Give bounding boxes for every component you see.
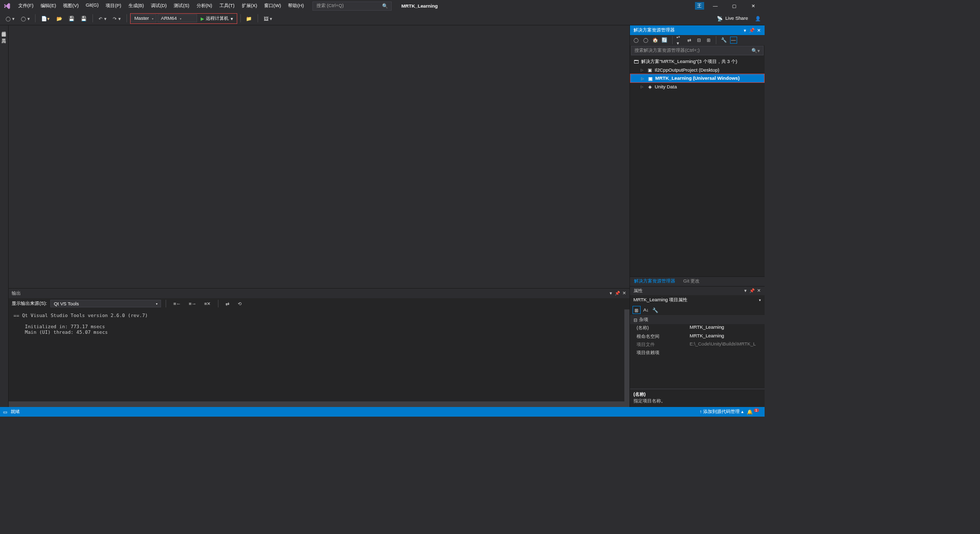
- properties-subtitle: MRTK_Learning 项目属性: [634, 297, 687, 303]
- chevron-right-icon[interactable]: ▷: [641, 84, 645, 89]
- nav-forward-button[interactable]: ◯ ▾: [18, 14, 32, 23]
- open-file-button[interactable]: 📂: [54, 14, 65, 23]
- notification-count: 1: [754, 409, 759, 412]
- source-control-button[interactable]: ↑ 添加到源代码管理 ▴: [700, 409, 744, 415]
- left-sidebar: 服务器资源管理器 工具箱: [0, 25, 9, 407]
- menu-analyze[interactable]: 分析(N): [193, 1, 215, 11]
- menu-view[interactable]: 视图(V): [60, 1, 82, 11]
- sidebar-tab-toolbox[interactable]: 工具箱: [0, 32, 8, 38]
- menu-window[interactable]: 窗口(W): [261, 1, 284, 11]
- output-clear-icon[interactable]: ≡✕: [202, 299, 213, 308]
- sidebar-tab-server-explorer[interactable]: 服务器资源管理器: [0, 25, 8, 32]
- user-badge[interactable]: 王: [695, 2, 704, 10]
- close-button[interactable]: ✕: [745, 1, 761, 12]
- sln-collapse-icon[interactable]: ⊟: [696, 37, 703, 44]
- play-icon: ▶: [201, 16, 204, 21]
- output-content[interactable]: == Qt Visual Studio Tools version 2.6.0 …: [9, 309, 624, 402]
- chevron-right-icon[interactable]: ▷: [641, 76, 646, 81]
- menu-file[interactable]: 文件(F): [15, 1, 37, 11]
- tree-project-unitydata[interactable]: ▷ ◈ Unity Data: [630, 83, 764, 91]
- search-icon: 🔍▾: [751, 48, 760, 53]
- undo-button[interactable]: ↶ ▾: [96, 14, 109, 23]
- chevron-down-icon[interactable]: ▾: [759, 298, 761, 302]
- props-categorized-icon[interactable]: ⊞: [633, 306, 641, 314]
- panel-close-icon[interactable]: ✕: [622, 291, 626, 296]
- menu-debug[interactable]: 调试(D): [148, 1, 170, 11]
- sln-home-icon[interactable]: 🏠: [652, 37, 659, 44]
- panel-pin-icon[interactable]: 📌: [615, 291, 620, 296]
- sln-dropdown-icon[interactable]: ▾: [744, 27, 746, 33]
- sln-node-icon[interactable]: •ᵒ ▾: [677, 37, 684, 44]
- props-row-name[interactable]: (名称) MRTK_Learning: [630, 324, 764, 332]
- sln-pin-icon[interactable]: 📌: [749, 27, 755, 33]
- main-toolbar: ◯ ▾ ◯ ▾ 📄▾ 📂 💾 💾 ↶ ▾ ↷ ▾ Master▾ ARM64▾ …: [0, 12, 765, 25]
- props-desc-text: 指定项目名称。: [634, 398, 762, 404]
- tab-solution-explorer[interactable]: 解决方案资源管理器: [630, 276, 679, 286]
- global-search-input[interactable]: 搜索 (Ctrl+Q) 🔍: [312, 2, 392, 11]
- props-pin-icon[interactable]: 📌: [749, 288, 755, 293]
- sln-view-icon[interactable]: —: [730, 37, 737, 44]
- run-button[interactable]: ▶ 远程计算机 ▾: [198, 14, 236, 23]
- output-horizontal-scrollbar[interactable]: [9, 401, 629, 407]
- menu-help[interactable]: 帮助(H): [285, 1, 307, 11]
- props-row-namespace[interactable]: 根命名空间 MRTK_Learning: [630, 332, 764, 340]
- output-panel: 输出 ▾ 📌 ✕ 显示输出来源(S): Qt VS Tools ▾ ≡← ≡→ …: [9, 288, 629, 407]
- toolbar-folder-button[interactable]: 📁: [244, 14, 255, 23]
- platform-dropdown[interactable]: ARM64▾: [157, 14, 197, 23]
- output-source-dropdown[interactable]: Qt VS Tools ▾: [50, 300, 161, 307]
- output-title: 输出: [12, 290, 21, 297]
- props-dropdown-icon[interactable]: ▾: [744, 288, 747, 293]
- sln-refresh-icon[interactable]: ⊞: [705, 37, 712, 44]
- output-goto-prev-icon[interactable]: ≡←: [171, 300, 183, 308]
- props-close-icon[interactable]: ✕: [757, 288, 761, 293]
- panel-dropdown-icon[interactable]: ▾: [610, 291, 612, 296]
- menu-tools[interactable]: 工具(T): [216, 1, 237, 11]
- menu-git[interactable]: Git(G): [83, 1, 102, 11]
- tree-project-il2cpp[interactable]: ▷ ▣ Il2CppOutputProject (Desktop): [630, 66, 764, 74]
- status-ready-label: 就绪: [11, 409, 20, 415]
- sln-close-icon[interactable]: ✕: [757, 27, 761, 33]
- output-vertical-scrollbar[interactable]: [624, 309, 630, 402]
- titlebar: 文件(F) 编辑(E) 视图(V) Git(G) 项目(P) 生成(B) 调试(…: [0, 0, 765, 12]
- sln-sync-icon[interactable]: 🔄: [661, 37, 668, 44]
- menu-project[interactable]: 项目(P): [103, 1, 124, 11]
- tree-solution-root[interactable]: 🗔 解决方案"MRTK_Learning"(3 个项目，共 3 个): [630, 58, 764, 66]
- live-share-button[interactable]: Live Share: [725, 16, 748, 21]
- tab-git-changes[interactable]: Git 更改: [679, 276, 704, 286]
- solution-search-input[interactable]: 搜索解决方案资源管理器(Ctrl+;) 🔍▾: [631, 46, 764, 55]
- sln-wrench-icon[interactable]: 🔧: [720, 37, 728, 44]
- live-share-icon: 📡: [717, 16, 723, 21]
- menu-edit[interactable]: 编辑(E): [38, 1, 59, 11]
- chevron-right-icon[interactable]: ▷: [641, 68, 645, 72]
- sln-forward-icon[interactable]: ◯: [642, 37, 649, 44]
- statusbar: ▭ 就绪 ↑ 添加到源代码管理 ▴ 🔔1: [0, 407, 765, 417]
- nav-back-button[interactable]: ◯ ▾: [3, 14, 17, 23]
- solution-explorer-toolbar: ◯ ◯ 🏠 🔄 •ᵒ ▾ ⇄ ⊟ ⊞ 🔧 —: [630, 35, 764, 45]
- admin-icon[interactable]: 👤: [755, 16, 761, 21]
- props-pages-icon[interactable]: 🔧: [652, 306, 660, 314]
- sln-expand-icon[interactable]: ⇄: [686, 37, 693, 44]
- save-all-button[interactable]: 💾: [79, 14, 89, 23]
- props-alphabetical-icon[interactable]: A↓: [642, 306, 650, 314]
- properties-title: 属性: [634, 288, 643, 294]
- tree-project-mrtk[interactable]: ▷ ▣ MRTK_Learning (Universal Windows): [630, 74, 764, 83]
- output-wrap-icon[interactable]: ⇄: [224, 299, 232, 308]
- minimize-button[interactable]: —: [707, 1, 723, 12]
- props-row-dependencies[interactable]: 项目依赖项: [630, 349, 764, 357]
- config-dropdown[interactable]: Master▾: [131, 14, 156, 23]
- new-project-button[interactable]: 📄▾: [39, 14, 52, 23]
- menu-extensions[interactable]: 扩展(X): [238, 1, 260, 11]
- props-row-projectfile[interactable]: 项目文件 E:\_Code\Unity\Builds\MRTK_L: [630, 340, 764, 349]
- output-goto-next-icon[interactable]: ≡→: [186, 300, 199, 308]
- props-category-misc[interactable]: ⊟ 杂项: [630, 315, 764, 324]
- menu-test[interactable]: 测试(S): [171, 1, 193, 11]
- maximize-button[interactable]: ▢: [726, 1, 742, 12]
- vs-logo-icon: [3, 2, 11, 10]
- sln-back-icon[interactable]: ◯: [633, 37, 640, 44]
- toolbar-image-button[interactable]: 🖼 ▾: [261, 14, 274, 23]
- redo-button[interactable]: ↷ ▾: [110, 14, 123, 23]
- notifications-icon[interactable]: 🔔: [747, 409, 753, 415]
- save-button[interactable]: 💾: [66, 14, 77, 23]
- menu-build[interactable]: 生成(B): [125, 1, 147, 11]
- output-other-icon[interactable]: ⟲: [235, 299, 244, 308]
